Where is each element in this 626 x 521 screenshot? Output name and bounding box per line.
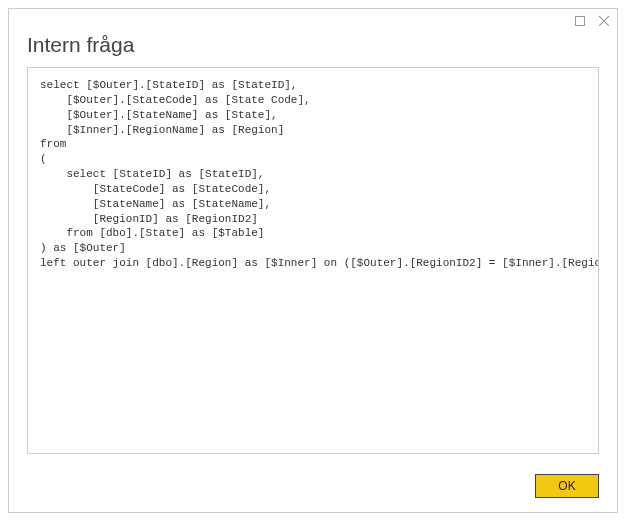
close-button[interactable] [597,14,611,28]
native-query-dialog: Intern fråga select [$Outer].[StateID] a… [8,8,618,513]
query-text-area[interactable]: select [$Outer].[StateID] as [StateID], … [27,67,599,454]
svg-rect-0 [576,17,585,26]
dialog-footer: OK [9,464,617,512]
maximize-icon [575,16,585,26]
dialog-content: select [$Outer].[StateID] as [StateID], … [9,67,617,464]
dialog-header: Intern fråga [9,31,617,67]
ok-button[interactable]: OK [535,474,599,498]
dialog-title: Intern fråga [27,33,599,57]
window-titlebar [9,9,617,31]
close-icon [599,16,609,26]
maximize-button[interactable] [573,14,587,28]
